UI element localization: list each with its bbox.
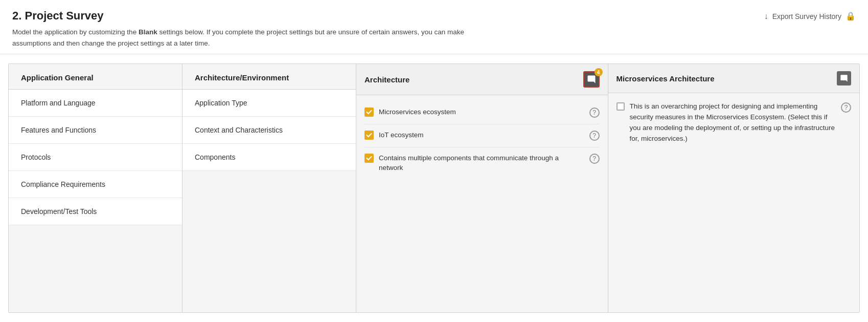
middle-panel: Architecture/Environment Application Typ… [182,64,356,312]
multi-components-help-icon[interactable]: ? [589,154,600,164]
arch-panel-header: Architecture 4 [356,64,608,95]
micro-panel-title: Microservices Architecture [616,74,715,83]
check-icon-iot [366,132,372,138]
arch-item-multi-label: Contains multiple components that commun… [379,154,584,173]
sidebar-item-compliance[interactable]: Compliance Requirements [9,171,182,198]
main-content: Application General Platform and Languag… [8,63,860,313]
page-container: 2. Project Survey Model the application … [0,0,868,322]
iot-help-icon[interactable]: ? [589,131,600,141]
arch-item-iot: IoT ecosystem ? [364,124,600,147]
page-title: 2. Project Survey [12,9,472,23]
middle-item-components[interactable]: Components [182,144,356,171]
download-icon: ↓ [764,12,768,21]
arch-comment-container: 4 [583,71,600,88]
left-panel-header: Application General [9,64,182,90]
check-icon [366,109,372,115]
header: 2. Project Survey Model the application … [0,0,868,54]
arch-panel: Architecture 4 [356,64,608,312]
arch-comment-badge: 4 [595,68,603,76]
left-panel: Application General Platform and Languag… [9,64,182,312]
micro-arch-checkbox[interactable] [616,102,625,111]
comment-icon [587,75,596,84]
sidebar-item-features-functions[interactable]: Features and Functions [9,117,182,144]
desc-part1: Model the application by customizing the [12,28,139,36]
micro-panel-header: Microservices Architecture [608,64,860,93]
middle-panel-header: Architecture/Environment [182,64,356,90]
arch-item-microservices-label: Microservices ecosystem [379,108,584,117]
lock-icon: 🔒 [846,11,856,21]
desc-bold: Blank [139,28,157,36]
middle-item-app-type[interactable]: Application Type [182,90,356,117]
arch-item-iot-label: IoT ecosystem [379,131,584,140]
sidebar-item-protocols[interactable]: Protocols [9,144,182,171]
arch-item-multi-components: Contains multiple components that commun… [364,147,600,179]
check-icon-multi [366,155,372,161]
sidebar-item-dev-test-tools[interactable]: Development/Test Tools [9,198,182,225]
micro-arch-description: This is an overarching project for desig… [630,101,836,144]
arch-item-microservices: Microservices ecosystem ? [364,101,600,124]
micro-comment-button[interactable] [837,71,851,85]
microservices-help-icon[interactable]: ? [589,108,600,118]
multi-components-checkbox[interactable] [364,154,374,163]
arch-panel-body: Microservices ecosystem ? IoT ecosystem … [356,95,608,312]
micro-comment-icon [840,74,848,82]
micro-arch-item: This is an overarching project for desig… [616,101,852,144]
header-right: ↓ Export Survey History 🔒 [764,11,856,21]
middle-item-context[interactable]: Context and Characteristics [182,117,356,144]
header-left: 2. Project Survey Model the application … [12,9,472,49]
micro-panel: Microservices Architecture This is an ov… [608,64,860,312]
micro-arch-help-icon[interactable]: ? [841,102,851,113]
page-description: Model the application by customizing the… [12,27,472,49]
microservices-checkbox[interactable] [364,108,374,117]
arch-panel-title: Architecture [364,75,409,84]
iot-checkbox[interactable] [364,131,374,140]
export-survey-button[interactable]: Export Survey History [772,12,841,20]
micro-panel-body: This is an overarching project for desig… [608,93,860,312]
sidebar-item-platform-language[interactable]: Platform and Language [9,90,182,117]
